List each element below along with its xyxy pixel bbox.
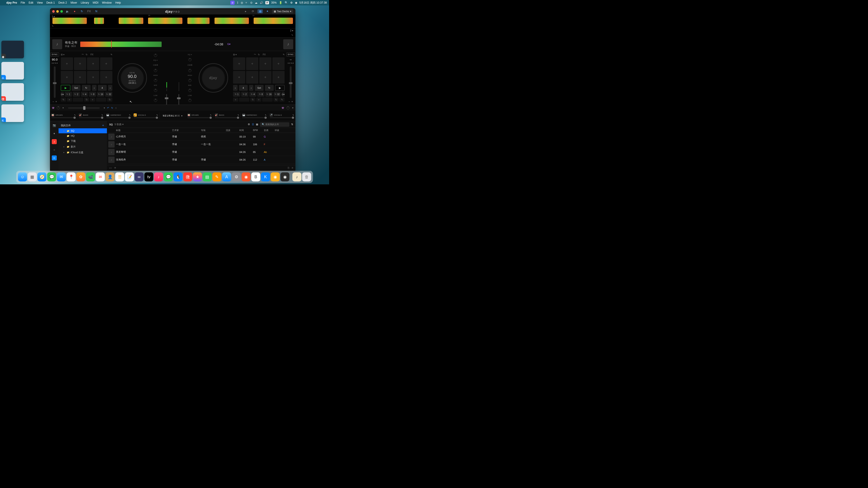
dock-numbers[interactable]: ▤ <box>203 172 212 182</box>
menu-mixer[interactable]: Mixer <box>69 1 79 4</box>
deck1-beat-prev[interactable]: ‹ <box>92 85 96 91</box>
deck1-pad[interactable]: + <box>61 57 73 70</box>
dock-tv[interactable]: tv <box>145 172 153 182</box>
deck2-filter-knob[interactable] <box>188 69 191 72</box>
deck1-tempo-minus[interactable]: − <box>53 100 54 103</box>
deck2-pad[interactable]: + <box>272 71 285 84</box>
deck1-filter-knob[interactable] <box>154 69 157 72</box>
deck1-pad[interactable]: + <box>74 57 86 70</box>
menu-edit[interactable]: Edit <box>27 1 35 4</box>
bass-icon[interactable]: 🎸 <box>215 113 218 117</box>
deck2-edit-row[interactable]: ✎ <box>279 98 285 102</box>
deck1-bpm-pct[interactable]: 0.0 % ▾ <box>52 62 58 64</box>
neural-toggle[interactable]: N <box>94 9 99 13</box>
deck1-add-row[interactable]: + <box>67 98 72 102</box>
table-row[interactable]: ♪ 美若黎明 李健 04:26 85 Ab <box>107 148 296 156</box>
tree-item-movies[interactable]: ▸📁影片 <box>59 144 107 150</box>
col-album[interactable]: 专辑 <box>201 129 226 132</box>
dock-facetime[interactable]: 📹 <box>86 172 95 182</box>
deck2-artwork[interactable]: ♪ <box>283 39 293 49</box>
footer-video-icon[interactable]: ▭ <box>109 166 112 169</box>
view-grid-icon[interactable]: ▦ <box>256 123 258 126</box>
deck2-volume-fader[interactable] <box>178 94 179 105</box>
dock-mail[interactable]: ✉ <box>57 172 66 182</box>
fx1-wand-icon[interactable]: ✦ <box>62 107 64 109</box>
col-time[interactable]: 时间 <box>239 129 253 132</box>
search-input[interactable]: 🔍 搜索我的文件 <box>260 122 289 127</box>
deck2-sync-button[interactable]: SYNC <box>286 53 295 57</box>
dock-imovie[interactable]: ★ <box>193 172 202 182</box>
deck1-low-knob[interactable] <box>154 99 157 102</box>
stage-preview-appstore[interactable]: A <box>1 62 24 79</box>
fx2-knob[interactable] <box>286 106 289 110</box>
battery-percent[interactable]: 35% <box>271 1 277 4</box>
dock-reminders[interactable]: ☰ <box>115 172 124 182</box>
deck1-pad[interactable]: + <box>61 71 73 84</box>
table-row[interactable]: ♪ 一念一生 李健 一念一生 04:36 106 F <box>107 140 296 148</box>
deck2-pad[interactable]: + <box>246 71 258 84</box>
deck2-pad[interactable]: + <box>246 57 258 70</box>
stem-mute-icon[interactable]: ✎ <box>156 114 158 116</box>
table-row[interactable]: ♪ 心升明月 李健 依然 05:19 99 G <box>107 133 296 140</box>
dock-app3[interactable]: ◉ <box>271 172 280 182</box>
deck1-loop-2[interactable]: ↻2 <box>73 92 80 97</box>
pad-loop-icon-2[interactable]: ↻ <box>258 53 260 56</box>
menu-window[interactable]: Window <box>100 1 114 4</box>
deck1-loop-8[interactable]: ↻8 <box>89 92 96 97</box>
stem-mute-icon[interactable]: ✎ <box>292 114 294 116</box>
pad-edit-icon-2[interactable]: ✎ <box>283 53 285 56</box>
deck1-tempo-plus[interactable]: + <box>55 100 57 103</box>
record-button[interactable]: ● <box>72 9 77 13</box>
deck1-gain-knob[interactable] <box>154 54 157 57</box>
deck2-loop-toggle[interactable]: ↻ <box>265 85 274 91</box>
footer-list-icon[interactable]: ≡ <box>291 166 293 169</box>
deck1-loop-32[interactable]: ↻32 <box>105 92 112 97</box>
stem-mute-icon[interactable]: ✎ <box>210 114 212 116</box>
deck2-pad[interactable]: + <box>233 71 245 84</box>
table-row[interactable]: ♪ 沧海轻舟 李健 李健 04:26 112 A <box>107 156 296 164</box>
automix-dropdown[interactable]: ▾ <box>104 107 105 109</box>
source-music-icon[interactable]: ♪ <box>52 139 57 144</box>
source-finder-icon[interactable]: ☺ <box>52 156 57 160</box>
deck1-key[interactable]: G▾ <box>227 43 231 46</box>
deck2-add2-row[interactable]: + <box>256 98 261 102</box>
screen-mirroring-icon[interactable]: ⎚ <box>230 1 235 5</box>
col-key[interactable]: 音调 <box>264 129 275 132</box>
deck2-loop-1[interactable]: ↻1 <box>233 92 240 97</box>
stem-slider[interactable] <box>187 117 212 118</box>
pad-mode-icon[interactable]: ⊞ ▾ <box>61 53 64 56</box>
add-playlist-button[interactable]: ＋ <box>101 123 105 127</box>
dock-maps[interactable]: 📍 <box>67 172 76 182</box>
menu-library[interactable]: Library <box>79 1 91 4</box>
pad-loop-icon[interactable]: ↻ <box>86 53 88 56</box>
deck1-loop-toggle[interactable]: ↻ <box>82 85 91 91</box>
deck2-mid-knob[interactable] <box>188 89 191 92</box>
spotlight-icon[interactable]: 🔍 <box>285 1 288 4</box>
control-center-icon[interactable]: ⚙ <box>290 1 293 4</box>
deck2-high-knob[interactable] <box>188 79 191 82</box>
deck2-pad[interactable]: + <box>233 57 245 70</box>
stem-mute-icon[interactable]: ✎ <box>238 114 239 116</box>
deck2-tempo-minus[interactable]: − <box>288 100 290 103</box>
col-rating[interactable]: 评级 <box>275 129 285 132</box>
menu-midi[interactable]: MIDI <box>91 1 100 4</box>
dock-freeform[interactable]: ∞ <box>135 172 144 182</box>
source-itunes-icon[interactable]: ○ <box>52 147 57 152</box>
deck1-high-knob[interactable] <box>154 79 157 82</box>
deck2-beat-next[interactable]: › <box>249 85 254 91</box>
dock-photos[interactable]: ✿ <box>76 172 86 182</box>
deck2-loop-menu[interactable]: ⊙▾ <box>282 92 285 97</box>
deck1-fx-label[interactable]: FX <box>91 53 94 56</box>
dock-wechat[interactable]: 💬 <box>164 172 173 182</box>
stage-preview-obs[interactable]: ◉ <box>1 41 24 58</box>
bluetooth-icon[interactable]: ᛒ <box>237 1 239 4</box>
dock-messages[interactable]: 💬 <box>47 172 56 182</box>
dock-app1[interactable]: ◉ <box>242 172 251 182</box>
deck2-loop-2[interactable]: ↻2 <box>241 92 248 97</box>
dock-contacts[interactable]: 👤 <box>105 172 115 182</box>
dock-calendar[interactable]: 16 <box>96 172 105 182</box>
deck2-loop-16[interactable]: ↻16 <box>266 92 273 97</box>
col-bpm[interactable]: BPM <box>253 129 264 131</box>
pad-curve-icon-2[interactable]: 〜 <box>254 53 256 56</box>
deck1-edit-row[interactable]: ✎ <box>61 98 66 102</box>
